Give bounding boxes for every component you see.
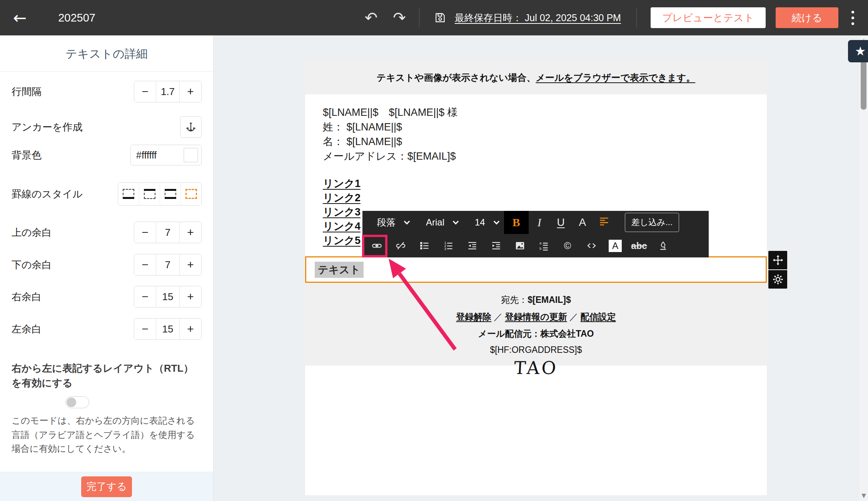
align-left-icon — [599, 216, 609, 227]
background-color-input[interactable]: #ffffff — [130, 145, 202, 165]
document-title: 202507 — [58, 12, 95, 24]
done-button[interactable]: 完了する — [81, 476, 132, 497]
padding-left-decrease-button[interactable]: − — [134, 319, 156, 339]
padding-right-value[interactable]: 15 — [156, 286, 180, 307]
font-size-select[interactable]: 14 — [475, 217, 499, 228]
special-character-button[interactable]: © — [556, 234, 579, 257]
svg-text:a: a — [539, 241, 541, 245]
source-code-button[interactable] — [579, 234, 603, 257]
scroll-down-button[interactable]: ▼ — [860, 491, 868, 500]
border-style-top-bottom-solid-button[interactable] — [160, 183, 180, 205]
border-style-bottom-solid-button[interactable] — [118, 183, 139, 205]
border-style-label: 罫線のスタイル — [12, 187, 83, 201]
to-value: $[EMAIL]$ — [527, 295, 571, 305]
remove-link-button[interactable] — [389, 234, 412, 257]
link-5[interactable]: リンク5 — [323, 235, 361, 246]
highlight-color-button[interactable]: A — [603, 234, 627, 257]
update-info-link[interactable]: 登録情報の更新 — [505, 312, 567, 322]
move-block-button[interactable] — [768, 251, 787, 269]
bullet-list-button[interactable] — [412, 234, 436, 257]
font-family-value: Arial — [426, 217, 444, 228]
strikethrough-button[interactable]: abc — [627, 234, 651, 257]
email-footer-block: 宛先：$[EMAIL]$ 登録解除／登録情報の更新／配信設定 メール配信元：株式… — [305, 283, 767, 366]
email-address-line: メールアドレス：$[EMAIL]$ — [323, 149, 767, 164]
background-color-row: 背景色 #ffffff — [12, 145, 202, 165]
background-color-swatch[interactable] — [184, 148, 198, 162]
border-bottom-solid-icon — [123, 189, 134, 199]
line-spacing-increase-button[interactable]: + — [180, 81, 201, 102]
padding-bottom-stepper: − 7 + — [134, 254, 202, 276]
create-anchor-button[interactable] — [180, 116, 202, 138]
padding-bottom-value[interactable]: 7 — [156, 254, 180, 275]
rtl-description: このモードは、右から左の方向に表記される言語（アラビア語とヘブライ語）を使用する… — [12, 414, 202, 456]
link-3[interactable]: リンク3 — [323, 206, 361, 218]
redo-button[interactable]: ↷ — [393, 10, 406, 25]
paragraph-format-select[interactable]: 段落 — [377, 216, 409, 229]
delivery-settings-link[interactable]: 配信設定 — [581, 312, 616, 322]
link-4[interactable]: リンク4 — [323, 220, 361, 232]
padding-bottom-decrease-button[interactable]: − — [134, 254, 156, 275]
background-color-value[interactable]: #ffffff — [136, 150, 184, 161]
greeting-line: $[LNAME||$ $[LNAME||$ 様 — [323, 105, 767, 120]
last-saved-link[interactable]: 最終保存日時： Jul 02, 2025 04:30 PM — [455, 12, 621, 24]
definition-list-button[interactable]: ab — [532, 234, 556, 257]
padding-bottom-label: 下の余白 — [12, 258, 52, 272]
decrease-indent-button[interactable] — [460, 234, 484, 257]
padding-bottom-increase-button[interactable]: + — [180, 254, 201, 275]
chevron-down-icon — [404, 218, 410, 224]
padding-top-increase-button[interactable]: + — [180, 222, 201, 243]
merge-field-button[interactable]: 差し込み... — [625, 213, 679, 232]
preview-test-button[interactable]: プレビューとテスト — [651, 7, 766, 28]
border-style-none-selected-button[interactable] — [180, 183, 201, 205]
link-2[interactable]: リンク2 — [323, 192, 361, 204]
align-left-button[interactable] — [593, 211, 615, 234]
border-style-top-solid-button[interactable] — [139, 183, 160, 205]
browser-view-link[interactable]: メールをブラウザーで表示できます。 — [536, 72, 695, 84]
unsubscribe-link[interactable]: 登録解除 — [456, 312, 491, 322]
padding-top-row: 上の余白 − 7 + — [12, 222, 202, 243]
continue-button[interactable]: 続ける — [776, 7, 838, 28]
padding-right-decrease-button[interactable]: − — [134, 286, 156, 307]
line-spacing-label: 行間隔 — [12, 85, 42, 99]
rtl-toggle[interactable] — [65, 396, 89, 408]
panel-footer: 完了する — [0, 472, 213, 501]
insert-image-button[interactable] — [508, 234, 532, 257]
email-canvas: テキストや画像が表示されない場合、 メールをブラウザーで表示できます。 $[LN… — [214, 35, 868, 501]
border-none-icon — [185, 189, 197, 199]
svg-text:b: b — [539, 247, 541, 250]
block-settings-button[interactable] — [768, 270, 787, 289]
padding-top-decrease-button[interactable]: − — [134, 222, 156, 243]
padding-top-value[interactable]: 7 — [156, 222, 180, 243]
line-spacing-decrease-button[interactable]: − — [134, 81, 156, 102]
line-spacing-value[interactable]: 1.7 — [156, 81, 180, 102]
empty-email-block[interactable] — [305, 366, 767, 495]
bold-button[interactable]: B — [504, 211, 529, 234]
numbered-list-icon: 123 — [443, 240, 454, 251]
padding-left-increase-button[interactable]: + — [180, 319, 201, 339]
padding-right-increase-button[interactable]: + — [180, 286, 201, 307]
paragraph-format-value: 段落 — [377, 216, 396, 229]
link-1[interactable]: リンク1 — [323, 178, 361, 189]
sender-line: メール配信元：株式会社TAO — [305, 328, 767, 340]
padding-left-value[interactable]: 15 — [156, 319, 180, 339]
anchor-icon — [185, 121, 197, 133]
selected-text[interactable]: テキスト — [315, 262, 364, 278]
tao-logo: TAO — [514, 357, 559, 378]
underline-button[interactable]: U — [550, 211, 572, 234]
text-editor-toolbar: 段落 Arial 14 B I U A 差し込み... — [362, 211, 709, 257]
selected-text-block[interactable]: テキスト — [305, 256, 767, 283]
more-options-button[interactable] — [849, 8, 856, 27]
italic-button[interactable]: I — [529, 211, 550, 234]
numbered-list-button[interactable]: 123 — [436, 234, 460, 257]
font-family-select[interactable]: Arial — [426, 217, 458, 228]
vertical-scrollbar[interactable]: ▲ ▼ — [860, 35, 868, 501]
undo-button[interactable]: ↶ — [365, 10, 378, 25]
font-color-button[interactable]: A — [572, 211, 593, 234]
font-size-value: 14 — [475, 217, 485, 228]
favorite-star-button[interactable]: ★ — [848, 40, 868, 62]
save-button[interactable] — [434, 12, 446, 24]
increase-indent-button[interactable] — [484, 234, 508, 257]
remove-format-icon — [658, 240, 668, 251]
remove-format-button[interactable] — [651, 234, 675, 257]
back-button[interactable]: ← — [13, 8, 27, 27]
